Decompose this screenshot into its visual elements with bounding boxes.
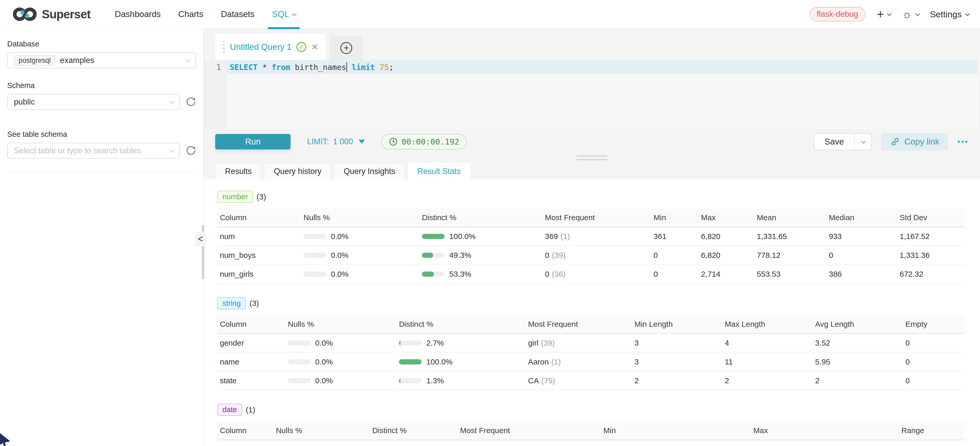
run-query-button[interactable]: Run [215, 134, 291, 150]
stat-cell: 100.0% [419, 227, 542, 246]
superset-logo-icon [11, 6, 38, 22]
database-engine-tag: postgresql [14, 55, 56, 66]
save-split-button: Save [814, 133, 872, 150]
percent-label: 0.0% [315, 376, 333, 385]
tab-query-history[interactable]: Query history [264, 163, 331, 179]
tab-query-insights[interactable]: Query Insights [334, 163, 405, 179]
percent-bar [288, 341, 311, 346]
stat-cell: num_girls [217, 265, 301, 284]
nav-item-charts[interactable]: Charts [170, 0, 212, 29]
column-header-column: Column [217, 422, 273, 440]
save-options-button[interactable] [854, 134, 871, 150]
stat-cell: 0(39) [542, 246, 651, 265]
chevron-down-icon [170, 148, 174, 153]
table-row: name0.0%100.0%Aaron(1)3115.950 [217, 352, 964, 371]
stat-cell: 3.52 [813, 333, 903, 352]
column-header-min: Min [601, 422, 751, 440]
percent-label: 2.7% [426, 339, 444, 347]
close-tab-icon[interactable]: × [312, 41, 318, 53]
most-frequent-count: (75) [541, 376, 555, 385]
nav-item-label: Charts [178, 9, 203, 19]
sqllab-sidebar: Database postgresql examples Schema publ… [0, 29, 204, 446]
nav-item-dashboards[interactable]: Dashboards [106, 0, 170, 29]
stat-cell: 2.7% [396, 333, 525, 352]
limit-dropdown[interactable]: LIMIT: 1 000 [307, 137, 365, 147]
column-header-avg-length: Avg Length [813, 315, 903, 334]
sql-code-line[interactable]: SELECT * from birth_names limit 75; [226, 60, 977, 74]
table-select[interactable]: Select table or type to search tables [7, 143, 180, 159]
most-frequent-count: (39) [552, 251, 566, 260]
clock-icon [388, 137, 398, 147]
main-nav: DashboardsChartsDatasetsSQL [106, 0, 304, 29]
top-navbar: Superset DashboardsChartsDatasetsSQL fla… [0, 0, 980, 29]
percent-label: 0.0% [303, 445, 321, 446]
stat-cell: 0.0% [273, 440, 370, 446]
database-select[interactable]: postgresql examples [7, 53, 196, 68]
nav-item-label: Dashboards [115, 9, 161, 19]
tab-results[interactable]: Results [215, 163, 261, 179]
section-header-number: number(3) [217, 191, 964, 203]
stat-cell: 0.0% [285, 333, 396, 352]
refresh-icon [185, 96, 196, 108]
stat-cell: CA(75) [526, 371, 632, 390]
refresh-schemas-button[interactable] [185, 96, 196, 108]
stat-cell: name [217, 352, 285, 371]
percent-bar [399, 378, 422, 383]
theme-toggle-button[interactable]: ☼ [902, 8, 919, 20]
chevron-left-icon: < [198, 234, 203, 244]
refresh-icon [185, 145, 196, 156]
column-header-min: Min [651, 209, 698, 227]
copy-link-label: Copy link [904, 137, 940, 147]
refresh-tables-button[interactable] [185, 145, 196, 156]
new-item-button[interactable]: + [877, 8, 891, 21]
tab-result-stats[interactable]: Result Stats [408, 163, 470, 179]
stat-cell: 0.0% [285, 352, 396, 371]
stat-cell: 3 [632, 352, 722, 371]
stat-cell: girl(39) [526, 333, 632, 352]
drag-handle-icon[interactable] [223, 40, 225, 53]
most-frequent-count: (1) [551, 357, 561, 366]
percent-bar [422, 234, 445, 239]
stat-cell: 672.32 [897, 265, 964, 284]
panel-resize-handle[interactable] [576, 155, 608, 160]
save-button[interactable]: Save [815, 134, 854, 150]
stat-cell: 361 [651, 227, 698, 246]
column-header-mean: Mean [754, 209, 826, 227]
percent-label: 0.0% [331, 270, 348, 279]
column-header-median: Median [826, 209, 897, 227]
sql-token: limit [352, 63, 375, 72]
stat-cell: 933 [826, 227, 897, 246]
percent-label: 0.0% [331, 251, 348, 260]
query-tab[interactable]: Untitled Query 1 ✓ × [215, 33, 326, 60]
nav-item-sql[interactable]: SQL [263, 0, 304, 29]
more-actions-button[interactable]: ••• [957, 137, 969, 146]
table-row: state0.0%1.3%CA(75)2220 [217, 371, 964, 390]
column-header-max: Max [751, 422, 899, 440]
stat-cell: 0 [826, 246, 897, 265]
table-row: num_girls0.0%53.3%0(36)02,714553.5338667… [217, 265, 964, 284]
most-frequent-value: girl [528, 339, 539, 347]
settings-menu[interactable]: Settings [930, 9, 969, 19]
most-frequent-value: 0 [545, 270, 549, 278]
percent-label: 1.3% [426, 376, 444, 385]
stat-cell: 53.3% [419, 265, 542, 284]
stat-cell: 386 [826, 265, 897, 284]
column-header-std-dev: Std Dev [897, 209, 964, 227]
copy-link-button[interactable]: Copy link [881, 133, 948, 150]
sidebar-divider [7, 172, 196, 172]
stat-cell: 1965-01-01T03:00:00.000Z [601, 440, 751, 446]
stat-cell: 0 [903, 371, 964, 390]
stats-table-number: ColumnNulls %Distinct %Most FrequentMinM… [217, 209, 964, 284]
add-query-tab-button[interactable]: + [330, 36, 363, 60]
superset-brand[interactable]: Superset [11, 6, 91, 22]
stat-cell: 0 [651, 246, 698, 265]
sql-token: 75 [380, 63, 389, 72]
editor-toolbar: Run LIMIT: 1 000 00:00:00.192 Save [215, 133, 969, 151]
nav-item-datasets[interactable]: Datasets [212, 0, 263, 29]
sql-editor[interactable]: 1 SELECT * from birth_names limit 75; [204, 60, 977, 129]
percent-bar [304, 253, 326, 258]
collapse-sidebar-button[interactable]: < [195, 232, 206, 246]
schema-select[interactable]: public [7, 94, 180, 110]
most-frequent-count: (1) [560, 232, 570, 241]
percent-bar [304, 234, 326, 239]
